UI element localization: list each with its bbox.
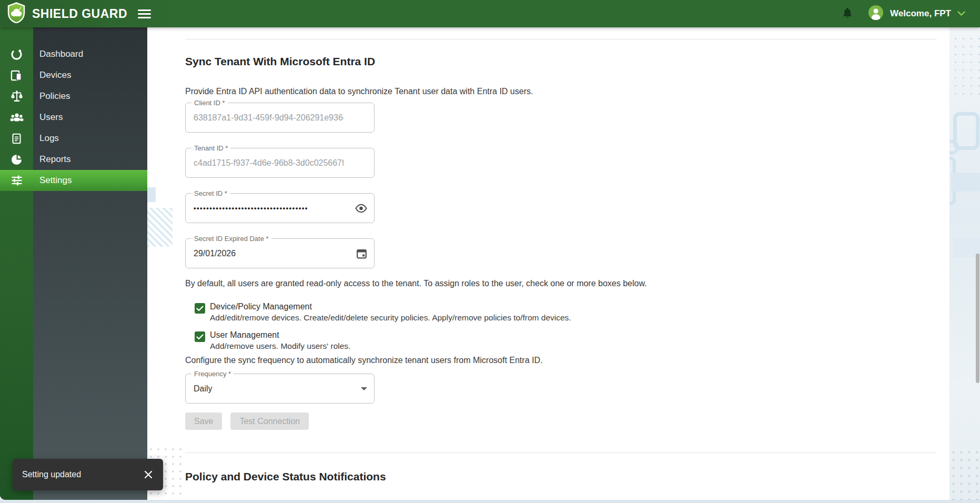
entra-description: Provide Entra ID API authentication data…: [185, 87, 937, 96]
sidebar-nav: Dashboard Devices: [0, 27, 147, 500]
decoration-filled-rect: [951, 173, 980, 192]
sidebar-item-reports[interactable]: Reports: [0, 149, 147, 170]
secret-expiry-date-field[interactable]: Secret ID Expired Date * 29/01/2026: [185, 238, 375, 268]
sidebar-item-label: Settings: [33, 175, 72, 186]
client-id-label: Client ID *: [191, 99, 228, 107]
sidebar-item-label: Logs: [33, 133, 59, 144]
section-divider: [185, 452, 937, 453]
decoration-blue-rect: [147, 187, 156, 202]
sync-note: Configure the sync frequency to automati…: [185, 356, 937, 365]
device-policy-management-option: Device/Policy Management Add/edit/remove…: [195, 302, 937, 323]
tenant-id-field[interactable]: Tenant ID * c4ad1715-f937-4d6e-96b8-3d0c…: [185, 148, 375, 178]
user-menu[interactable]: Welcome, FPT: [868, 5, 965, 23]
reports-pie-icon: [0, 154, 33, 166]
dashboard-icon: [0, 48, 33, 61]
sidebar-item-label: Users: [33, 112, 63, 123]
welcome-label: Welcome, FPT: [890, 8, 951, 19]
test-connection-button[interactable]: Test Connection: [230, 413, 309, 430]
secret-expiry-value: 29/01/2026: [186, 249, 236, 258]
select-arrow-icon: [361, 387, 367, 390]
avatar: [868, 5, 884, 23]
secret-id-field[interactable]: Secret ID * ••••••••••••••••••••••••••••…: [185, 193, 375, 223]
user-management-option: User Management Add/remove users. Modify…: [195, 330, 937, 351]
checkbox-label: Device/Policy Management: [210, 302, 571, 311]
notifications-section-title: Policy and Device Status Notifications: [185, 470, 937, 483]
sidebar-item-policies[interactable]: Policies: [0, 86, 147, 107]
roles-note: By default, all users are granted read-o…: [185, 279, 937, 288]
checkbox-description: Add/edit/remove devices. Create/edit/del…: [210, 313, 571, 323]
secret-id-value: ••••••••••••••••••••••••••••••••••••: [186, 204, 308, 212]
client-id-field[interactable]: Client ID * 638187a1-9d31-459f-9d94-2062…: [185, 103, 375, 133]
app-header: SHIELD GUARD Welcome, FPT: [0, 0, 980, 27]
device-policy-management-checkbox[interactable]: [195, 303, 205, 314]
show-password-eye-icon[interactable]: [355, 204, 367, 213]
checkbox-description: Add/remove users. Modify users' roles.: [210, 341, 350, 351]
sidebar-item-label: Policies: [33, 91, 70, 102]
menu-hamburger-icon[interactable]: [138, 9, 151, 18]
tenant-id-value: c4ad1715-f937-4d6e-96b8-3d0c025667f5: [186, 158, 343, 168]
sidebar-item-users[interactable]: Users: [0, 107, 147, 128]
frequency-value: Daily: [186, 384, 213, 394]
policies-scale-icon: [0, 90, 33, 103]
save-button[interactable]: Save: [185, 413, 222, 430]
frequency-label: Frequency *: [191, 370, 234, 378]
frequency-select[interactable]: Frequency * Daily: [185, 374, 375, 404]
sidebar-item-label: Reports: [33, 154, 71, 165]
section-divider: [185, 39, 937, 39]
toast-snackbar: Setting updated: [13, 459, 163, 490]
sidebar-item-devices[interactable]: Devices: [0, 65, 147, 86]
decoration-dot-grid: [949, 448, 980, 503]
logs-document-icon: [0, 133, 33, 145]
users-icon: [0, 112, 33, 123]
user-management-checkbox[interactable]: [195, 331, 205, 342]
secret-expiry-label: Secret ID Expired Date *: [191, 235, 271, 243]
settings-sliders-icon: [0, 174, 33, 187]
vertical-scrollbar[interactable]: [976, 254, 979, 383]
devices-icon: [0, 69, 33, 82]
tenant-id-label: Tenant ID *: [191, 144, 230, 152]
toast-message: Setting updated: [13, 470, 81, 479]
sidebar-item-dashboard[interactable]: Dashboard: [0, 44, 147, 65]
shield-guard-logo-icon: [7, 2, 26, 25]
app-title: SHIELD GUARD: [32, 7, 127, 21]
decoration-hatch-pattern: [147, 208, 173, 247]
secret-id-label: Secret ID *: [191, 189, 230, 197]
sidebar-item-settings[interactable]: Settings: [0, 170, 147, 191]
notifications-bell-icon[interactable]: [842, 6, 853, 21]
sidebar-item-label: Dashboard: [33, 49, 83, 59]
page-bottom-edge: [0, 500, 980, 503]
close-icon[interactable]: [141, 467, 156, 482]
main-content: Sync Tenant With Microsoft Entra ID Prov…: [147, 27, 980, 503]
entra-section-title: Sync Tenant With Microsoft Entra ID: [185, 55, 937, 68]
checkbox-label: User Management: [210, 330, 350, 340]
decoration-dot-grid: [952, 35, 980, 98]
sidebar-item-label: Devices: [33, 70, 71, 81]
sidebar-item-logs[interactable]: Logs: [0, 128, 147, 149]
calendar-icon[interactable]: [356, 248, 367, 259]
client-id-value: 638187a1-9d31-459f-9d94-206291e936c9: [186, 113, 343, 123]
chevron-down-icon: [957, 9, 965, 18]
